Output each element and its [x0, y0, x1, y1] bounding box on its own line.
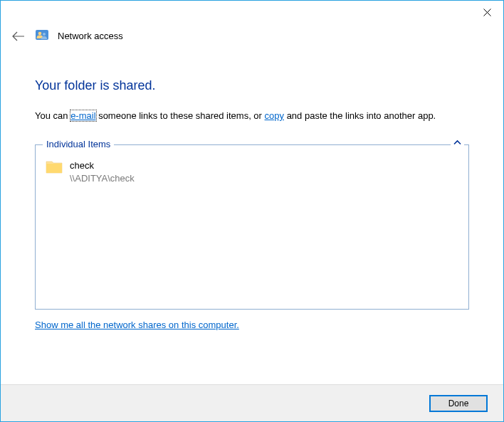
title-bar: [1, 1, 503, 23]
desc-part-3: and paste the links into another app.: [284, 110, 436, 121]
close-button[interactable]: [471, 1, 503, 23]
content-area: Your folder is shared. You can e-mail so…: [1, 48, 503, 384]
item-name: check: [70, 159, 135, 172]
back-arrow-icon: [12, 31, 25, 41]
individual-items-group: Individual Items check \\ADITYA\check: [35, 144, 469, 310]
copy-link[interactable]: copy: [265, 110, 284, 121]
shares-link-wrap: Show me all the network shares on this c…: [35, 320, 469, 330]
folder-icon: [46, 159, 63, 174]
footer: Done: [1, 384, 503, 421]
network-access-icon: [35, 28, 49, 42]
desc-part-2: someone links to these shared items, or: [96, 110, 265, 121]
item-text: check \\ADITYA\check: [70, 159, 135, 185]
page-heading: Your folder is shared.: [35, 78, 469, 93]
window-title: Network access: [58, 31, 123, 41]
wizard-header: Network access: [1, 23, 503, 48]
item-path: \\ADITYA\check: [70, 172, 135, 185]
shared-item[interactable]: check \\ADITYA\check: [36, 145, 468, 199]
description-text: You can e-mail someone links to these sh…: [35, 109, 469, 123]
email-link[interactable]: e-mail: [70, 110, 95, 121]
chevron-up-icon: [453, 139, 461, 147]
collapse-toggle[interactable]: [451, 139, 464, 148]
svg-point-3: [38, 32, 42, 36]
done-button[interactable]: Done: [429, 395, 488, 412]
back-button[interactable]: [11, 28, 26, 44]
svg-point-4: [43, 33, 46, 36]
show-shares-link[interactable]: Show me all the network shares on this c…: [35, 320, 239, 330]
desc-part-1: You can: [35, 110, 70, 121]
app-icon-wrap: [35, 28, 49, 44]
group-title: Individual Items: [43, 139, 114, 149]
close-icon: [483, 9, 491, 16]
